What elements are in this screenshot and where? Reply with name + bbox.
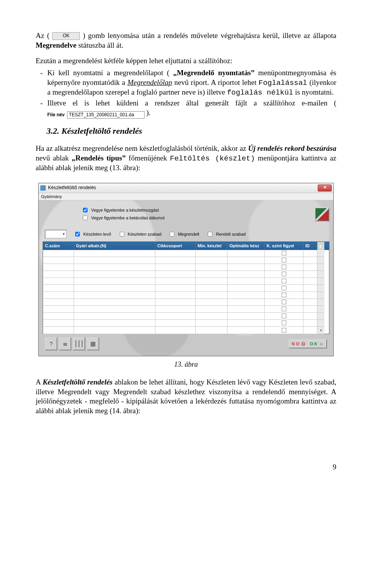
ok-label: O K bbox=[310, 341, 317, 346]
filter-dropdown[interactable]: ▼ bbox=[45, 230, 67, 238]
text: ). bbox=[146, 109, 150, 117]
checkbox-input[interactable] bbox=[83, 208, 88, 212]
row-checkbox[interactable] bbox=[282, 251, 286, 255]
col-kszint-figyel[interactable]: K. szint figyel bbox=[265, 242, 303, 250]
checkbox-label: Vegye figyelembe a betárolási dátumot bbox=[91, 215, 165, 221]
list-item: Ki kell nyomtatni a megrendelőlapot ( „M… bbox=[47, 68, 336, 98]
table-row[interactable] bbox=[43, 271, 329, 278]
row-checkbox[interactable] bbox=[282, 321, 286, 325]
titlebar: Készletfeltöltő rendelés ✕ bbox=[39, 183, 333, 193]
row-checkbox[interactable] bbox=[282, 300, 286, 304]
checkbox-label: Vegye figyelembe a készletmozgást bbox=[91, 207, 159, 213]
checkbox-keszleten-levo[interactable]: Készleten levő bbox=[74, 231, 111, 238]
file-name-field[interactable]: TESZT_135_20080211_001.da bbox=[67, 111, 145, 119]
filter-row: ▼ Készleten levő Készleten szabad Megren… bbox=[43, 228, 329, 241]
table-row[interactable] bbox=[43, 257, 329, 264]
table-row[interactable] bbox=[43, 292, 329, 299]
checkbox-rendelt-szabad[interactable]: Rendelt szabad bbox=[206, 231, 245, 238]
text: is nyomtatni. bbox=[295, 88, 334, 96]
table-row[interactable] bbox=[43, 313, 329, 320]
row-checkbox[interactable] bbox=[282, 314, 286, 318]
text: A bbox=[36, 378, 43, 386]
checkbox-betarolasi-datum[interactable]: Vegye figyelembe a betárolási dátumot bbox=[81, 214, 165, 221]
table-row[interactable]: ▾ bbox=[43, 327, 329, 334]
checkbox-label: Megrendelt bbox=[178, 231, 199, 237]
checkbox-label: Készleten levő bbox=[83, 231, 111, 237]
paragraph-lead: Ezután a megrendelést kétféle képpen leh… bbox=[36, 56, 336, 66]
checkbox-label: Készleten szabad bbox=[128, 231, 162, 237]
text: Ha az alkatrész megrendelése nem készlet… bbox=[36, 144, 248, 152]
text: nevű ablak bbox=[36, 154, 72, 162]
text: Az ( bbox=[36, 31, 50, 40]
text: nevű riport. A riportot lehet bbox=[174, 78, 259, 86]
no-label: N O bbox=[292, 341, 300, 346]
table-row[interactable] bbox=[43, 306, 329, 313]
close-button[interactable]: ✕ bbox=[318, 185, 332, 191]
section-heading: 3.2. Készletfeltöltő rendelés bbox=[46, 126, 336, 137]
data-grid: C.szám Gyári alkatr.(N) Cikkcsoport Min.… bbox=[43, 241, 329, 334]
table-row[interactable] bbox=[43, 278, 329, 285]
window-name: Készletfeltöltő rendelés bbox=[43, 378, 113, 386]
run-query-button[interactable] bbox=[315, 207, 329, 221]
checkbox-label: Rendelt szabad bbox=[216, 231, 245, 237]
toolbar-button-grid[interactable]: ▦ bbox=[87, 337, 99, 350]
report-name: Megrendelőlap bbox=[127, 78, 172, 86]
row-checkbox[interactable] bbox=[282, 279, 286, 283]
checkbox-keszletmozgas[interactable]: Vegye figyelembe a készletmozgást bbox=[81, 207, 165, 214]
toolbar-button-columns[interactable]: ⎮⎮⎮ bbox=[73, 337, 85, 350]
col-gyari-alkatr[interactable]: Gyári alkatr.(N) bbox=[74, 242, 155, 250]
row-checkbox[interactable] bbox=[282, 258, 286, 262]
ok-button-inline[interactable]: OK bbox=[52, 32, 80, 40]
text: főmenüjének bbox=[129, 154, 170, 162]
checkbox-input[interactable] bbox=[170, 232, 174, 236]
checkbox-input[interactable] bbox=[83, 216, 88, 220]
mono-term: foglalás nélkül bbox=[227, 88, 293, 97]
col-id[interactable]: ID bbox=[303, 242, 317, 250]
checkbox-keszleten-szabad[interactable]: Készleten szabad bbox=[118, 231, 162, 238]
text: ) gomb lenyomása után a rendelés művelet… bbox=[83, 31, 336, 40]
mono-term: Foglalással bbox=[258, 79, 307, 87]
table-row[interactable] bbox=[43, 299, 329, 306]
table-row[interactable] bbox=[43, 250, 329, 257]
paragraph-ok-sentence: Az ( OK ) gomb lenyomása után a rendelés… bbox=[36, 31, 336, 50]
row-checkbox[interactable] bbox=[282, 307, 286, 311]
scroll-up-icon[interactable]: ▴ bbox=[317, 242, 324, 250]
menu-item-gyartmany[interactable]: Gyártmány bbox=[41, 194, 62, 199]
col-cszam[interactable]: C.szám bbox=[43, 242, 74, 250]
cancel-button[interactable]: N O ☹ bbox=[292, 341, 306, 347]
checkbox-input[interactable] bbox=[75, 232, 80, 236]
col-optimalis[interactable]: Optimális kész bbox=[227, 242, 265, 250]
section-title: Készletfeltöltő rendelés bbox=[62, 126, 142, 136]
window-body: Vegye figyelembe a készletmozgást Vegye … bbox=[39, 200, 333, 355]
grid-header: C.szám Gyári alkatr.(N) Cikkcsoport Min.… bbox=[43, 242, 329, 250]
app-icon bbox=[40, 185, 46, 191]
window-title: Készletfeltöltő rendelés bbox=[48, 185, 318, 191]
table-row[interactable] bbox=[43, 285, 329, 292]
file-field-inline: File név TESZT_135_20080211_001.da bbox=[47, 111, 145, 119]
happy-face-icon: ☺ bbox=[319, 341, 324, 347]
row-checkbox[interactable] bbox=[282, 293, 286, 297]
checkbox-input[interactable] bbox=[120, 232, 124, 236]
row-checkbox[interactable] bbox=[282, 265, 286, 269]
help-button[interactable]: ? bbox=[45, 337, 57, 350]
row-checkbox[interactable] bbox=[282, 328, 286, 333]
row-checkbox[interactable] bbox=[282, 272, 286, 276]
no-ok-button-group: N O ☹ O K ☺ bbox=[289, 339, 327, 348]
text: Ki kell nyomtatni a megrendelőlapot ( bbox=[47, 69, 169, 77]
paragraph: Ha az alkatrész megrendelése nem készlet… bbox=[36, 144, 336, 173]
scroll-down-icon[interactable]: ▾ bbox=[317, 327, 324, 334]
text: Illetve el is lehet küldeni a rendszer á… bbox=[47, 99, 336, 107]
app-window: Készletfeltöltő rendelés ✕ Gyártmány Veg… bbox=[38, 183, 334, 356]
checkbox-megrendelt[interactable]: Megrendelt bbox=[168, 231, 199, 238]
section-number: 3.2. bbox=[46, 126, 59, 136]
ok-button[interactable]: O K ☺ bbox=[310, 341, 324, 347]
toolbar-button-lines[interactable]: ≣ bbox=[59, 337, 71, 350]
col-min-keszlet[interactable]: Min. készlet bbox=[196, 242, 227, 250]
paragraph: A Készletfeltöltő rendelés ablakon be le… bbox=[36, 378, 336, 416]
row-checkbox[interactable] bbox=[282, 286, 286, 290]
col-cikkcsoport[interactable]: Cikkcsoport bbox=[155, 242, 196, 250]
table-row[interactable] bbox=[43, 264, 329, 271]
checkbox-input[interactable] bbox=[208, 232, 212, 236]
table-row[interactable] bbox=[43, 320, 329, 327]
status-word: Megrendelve bbox=[36, 41, 76, 49]
